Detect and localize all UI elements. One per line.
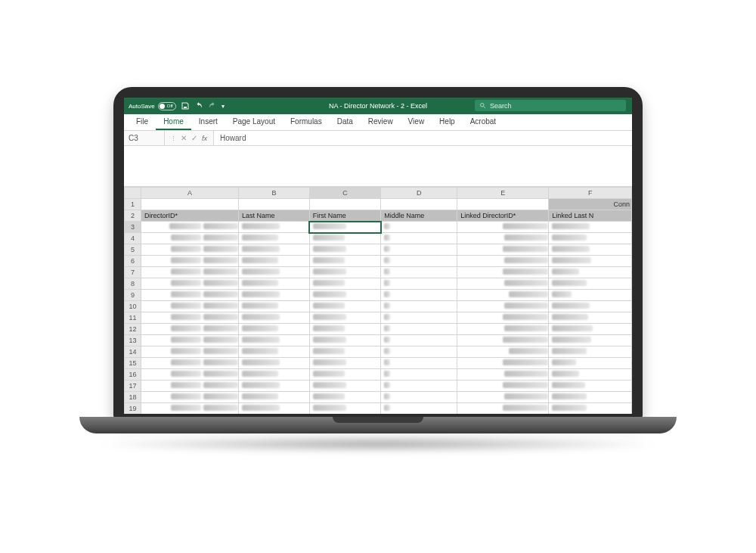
cell[interactable] — [238, 267, 309, 278]
undo-icon[interactable] — [194, 101, 203, 110]
cell[interactable] — [381, 335, 457, 346]
cell[interactable] — [309, 233, 380, 244]
qat-more-icon[interactable]: ▾ — [222, 103, 225, 110]
cell[interactable] — [309, 403, 380, 415]
row-head[interactable]: 1 — [125, 199, 141, 210]
cell[interactable] — [549, 244, 632, 256]
cell[interactable] — [141, 256, 239, 267]
cell[interactable] — [457, 267, 549, 278]
cell[interactable] — [309, 278, 380, 290]
row-head[interactable]: 15 — [125, 358, 141, 369]
col-head-c[interactable]: C — [309, 188, 380, 199]
enter-icon[interactable]: ✓ — [191, 134, 197, 142]
row-head[interactable]: 4 — [125, 233, 141, 244]
cell[interactable] — [309, 392, 380, 403]
cell[interactable] — [381, 290, 457, 301]
cell[interactable] — [238, 369, 309, 381]
cell[interactable] — [238, 392, 309, 403]
row-head[interactable]: 14 — [125, 346, 141, 358]
header-cell[interactable]: Middle Name — [381, 210, 457, 222]
cell[interactable] — [309, 256, 380, 267]
cell[interactable] — [238, 324, 309, 335]
cell[interactable] — [457, 335, 549, 346]
cell[interactable] — [457, 301, 549, 312]
row-head[interactable]: 11 — [125, 312, 141, 324]
tab-home[interactable]: Home — [156, 114, 191, 130]
cell[interactable] — [309, 358, 380, 369]
cell[interactable] — [381, 301, 457, 312]
cell[interactable] — [549, 222, 632, 233]
cell[interactable] — [238, 290, 309, 301]
cell[interactable] — [381, 278, 457, 290]
cell[interactable] — [381, 358, 457, 369]
cell[interactable] — [381, 312, 457, 324]
row-head[interactable]: 5 — [125, 244, 141, 256]
tab-insert[interactable]: Insert — [191, 114, 225, 130]
cell[interactable] — [457, 369, 549, 381]
row-head[interactable]: 7 — [125, 267, 141, 278]
cell[interactable] — [141, 403, 239, 415]
cell[interactable] — [381, 199, 457, 210]
cell[interactable] — [309, 199, 380, 210]
header-cell[interactable]: Last Name — [238, 210, 309, 222]
cell[interactable] — [381, 233, 457, 244]
cell[interactable] — [141, 278, 239, 290]
name-box[interactable]: C3 — [124, 131, 165, 145]
col-head-a[interactable]: A — [141, 188, 239, 199]
worksheet[interactable]: A B C D E F 1 Conn — [124, 187, 632, 414]
row-head[interactable]: 3 — [125, 222, 141, 233]
cell[interactable] — [238, 222, 309, 233]
cell[interactable] — [141, 369, 239, 381]
cell[interactable] — [309, 335, 380, 346]
cell[interactable] — [141, 358, 239, 369]
cell[interactable] — [381, 244, 457, 256]
cell[interactable] — [457, 358, 549, 369]
cell[interactable] — [238, 346, 309, 358]
cell[interactable] — [549, 256, 632, 267]
cell[interactable] — [141, 335, 239, 346]
cell[interactable] — [309, 346, 380, 358]
cell[interactable] — [309, 244, 380, 256]
cell[interactable] — [141, 312, 239, 324]
cell[interactable] — [457, 290, 549, 301]
cell[interactable] — [309, 301, 380, 312]
cell[interactable] — [238, 381, 309, 392]
cell[interactable] — [309, 381, 380, 392]
cell[interactable] — [238, 244, 309, 256]
cell[interactable] — [457, 346, 549, 358]
tab-acrobat[interactable]: Acrobat — [463, 114, 503, 130]
cell[interactable] — [381, 392, 457, 403]
cell[interactable] — [238, 233, 309, 244]
header-cell[interactable]: Linked Last N — [549, 210, 632, 222]
cell[interactable] — [549, 233, 632, 244]
cell[interactable] — [141, 290, 239, 301]
cell[interactable] — [549, 278, 632, 290]
cell[interactable] — [238, 256, 309, 267]
row-head[interactable]: 18 — [125, 392, 141, 403]
autosave-pill[interactable]: Off — [158, 102, 176, 110]
redo-icon[interactable] — [208, 101, 217, 110]
cell[interactable] — [549, 312, 632, 324]
cell[interactable]: Conn — [549, 199, 632, 210]
col-head-e[interactable]: E — [457, 188, 549, 199]
cell[interactable] — [309, 369, 380, 381]
cancel-icon[interactable]: ✕ — [181, 134, 187, 142]
autosave-toggle[interactable]: AutoSave Off — [129, 102, 176, 110]
row-head[interactable]: 17 — [125, 381, 141, 392]
cell[interactable] — [141, 244, 239, 256]
col-head-d[interactable]: D — [381, 188, 457, 199]
cell[interactable] — [549, 301, 632, 312]
row-head[interactable]: 13 — [125, 335, 141, 346]
cell[interactable] — [141, 222, 239, 233]
cell[interactable] — [141, 199, 239, 210]
cell[interactable] — [309, 324, 380, 335]
cell[interactable] — [309, 312, 380, 324]
fx-icon[interactable]: fx — [202, 135, 207, 142]
select-all-corner[interactable] — [125, 188, 141, 199]
tab-formulas[interactable]: Formulas — [283, 114, 330, 130]
cell[interactable] — [141, 301, 239, 312]
row-head[interactable]: 6 — [125, 256, 141, 267]
cell[interactable] — [549, 267, 632, 278]
cell[interactable] — [457, 403, 549, 415]
row-head[interactable]: 2 — [125, 210, 141, 222]
